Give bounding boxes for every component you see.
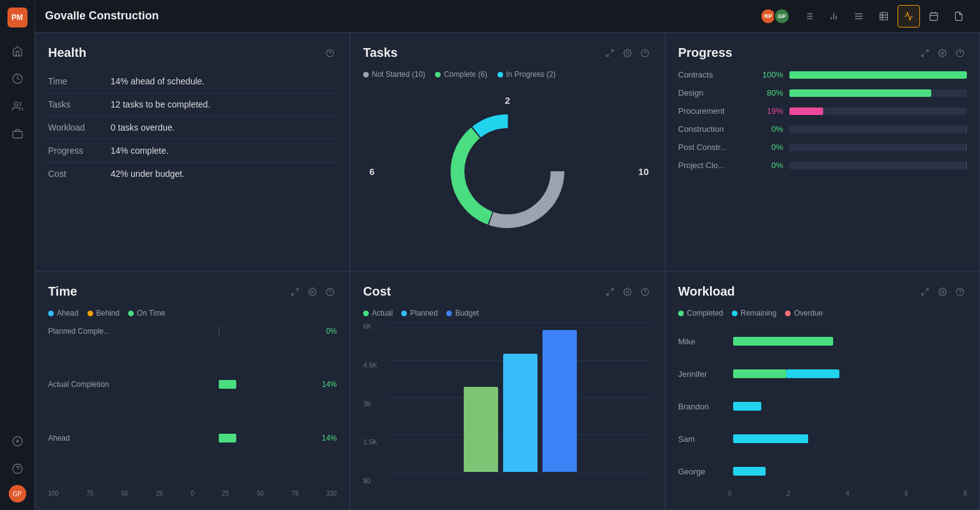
cost-expand-icon[interactable] — [603, 285, 617, 299]
workload-settings-icon[interactable] — [936, 285, 949, 299]
legend-ahead: Ahead — [48, 309, 79, 318]
svg-line-43 — [296, 288, 298, 291]
cost-title: Cost — [363, 284, 391, 299]
cost-y-1_5k: 1.5K — [363, 438, 378, 446]
tasks-settings-icon[interactable] — [621, 46, 634, 60]
sidebar-item-help[interactable] — [6, 458, 29, 480]
time-ahead-bar — [219, 434, 236, 442]
time-help-icon[interactable] — [323, 285, 337, 299]
progress-bar-bg-3 — [789, 126, 967, 133]
svg-point-6 — [12, 464, 22, 474]
workload-legend: Completed Remaining Overdue — [678, 309, 967, 318]
tasks-title: Tasks — [363, 46, 398, 60]
time-legend: Ahead Behind On Time — [48, 309, 337, 318]
table-view-button[interactable] — [872, 5, 895, 28]
progress-settings-icon[interactable] — [936, 46, 949, 60]
mike-completed-bar — [733, 337, 833, 346]
wl-axis-6: 6 — [904, 490, 908, 497]
time-planned-label: Planned Comple... — [48, 327, 123, 336]
george-name: George — [678, 467, 728, 476]
in-progress-dot — [498, 72, 503, 78]
planned-dot — [401, 311, 407, 316]
svg-point-41 — [956, 49, 964, 57]
workload-row-brandon: Brandon — [678, 401, 967, 411]
app-logo[interactable]: PM — [8, 8, 28, 28]
cost-controls — [603, 285, 652, 299]
progress-bar-tick-5 — [966, 162, 967, 169]
health-help-icon[interactable] — [323, 46, 337, 60]
chart-view-button[interactable] — [898, 5, 920, 28]
health-label-workload: Workload — [48, 122, 111, 132]
jennifer-name: Jennifer — [678, 369, 728, 379]
svg-line-53 — [926, 288, 928, 291]
ahead-label: Ahead — [57, 309, 79, 318]
progress-row-1: Design 80% — [678, 88, 967, 98]
tasks-legend: Not Started (10) Complete (6) In Progres… — [363, 70, 652, 79]
list-view-button[interactable] — [798, 5, 820, 28]
svg-rect-20 — [880, 12, 888, 20]
health-value-cost: 42% under budget. — [111, 169, 184, 179]
time-settings-icon[interactable] — [306, 285, 319, 299]
progress-bar-bg-2 — [789, 108, 967, 115]
time-panel: Time Ahead — [35, 271, 350, 510]
ahead-dot — [48, 311, 54, 316]
avatar-2[interactable]: GP — [774, 8, 790, 24]
legend-behind: Behind — [88, 309, 119, 318]
progress-title: Progress — [678, 46, 732, 60]
health-row-cost: Cost 42% under budget. — [48, 162, 337, 185]
progress-label-3: Construction — [678, 124, 753, 134]
svg-point-28 — [326, 49, 334, 57]
sidebar-item-activity[interactable] — [6, 68, 29, 90]
dashboard: Health Time 14% ahead of schedule. Tasks… — [35, 32, 980, 510]
sam-bars — [733, 434, 967, 444]
menu-view-button[interactable] — [848, 5, 870, 28]
george-remaining-bar — [733, 467, 766, 476]
tasks-help-icon[interactable] — [638, 46, 652, 60]
legend-completed: Completed — [678, 309, 723, 318]
user-avatar[interactable]: GP — [9, 485, 26, 502]
svg-rect-2 — [12, 131, 22, 138]
progress-expand-icon[interactable] — [918, 46, 932, 60]
mike-bars — [733, 336, 967, 346]
svg-line-39 — [922, 54, 924, 56]
time-ahead-pct: 14% — [314, 434, 337, 442]
progress-panel: Progress Contracts 100% — [665, 32, 980, 271]
time-axis-75-right: 75 — [292, 490, 299, 497]
workload-person-rows: Mike Jennifer — [678, 325, 967, 488]
doc-view-button[interactable] — [948, 5, 970, 28]
wl-axis-4: 4 — [846, 490, 849, 497]
calendar-view-button[interactable] — [922, 5, 945, 28]
cost-bar-actual — [464, 387, 498, 472]
sidebar-item-home[interactable] — [6, 40, 29, 62]
cost-panel-header: Cost — [363, 284, 652, 299]
completed-dot — [678, 311, 684, 316]
main-content: Govalle Construction RP GP — [35, 0, 980, 510]
workload-expand-icon[interactable] — [918, 285, 932, 299]
cost-help-icon[interactable] — [638, 285, 652, 299]
sidebar-item-users[interactable] — [6, 95, 29, 118]
bar-view-button[interactable] — [822, 5, 845, 28]
progress-row-3: Construction 0% — [678, 124, 967, 134]
progress-bar-fill-2 — [789, 108, 823, 115]
svg-point-45 — [311, 291, 314, 293]
sidebar-item-portfolio[interactable] — [6, 122, 29, 145]
time-expand-icon[interactable] — [288, 285, 302, 299]
workload-controls — [918, 285, 967, 299]
workload-help-icon[interactable] — [953, 285, 967, 299]
cost-settings-icon[interactable] — [621, 285, 634, 299]
svg-line-38 — [926, 49, 928, 52]
svg-point-55 — [941, 291, 944, 293]
progress-controls — [918, 46, 967, 60]
svg-line-48 — [611, 288, 613, 291]
health-panel-header: Health — [48, 46, 337, 60]
health-controls — [323, 46, 337, 60]
not-started-dot — [363, 72, 369, 78]
tasks-expand-icon[interactable] — [603, 46, 617, 60]
health-row-tasks: Tasks 12 tasks to be completed. — [48, 93, 337, 116]
progress-bar-fill-1 — [789, 89, 931, 97]
sidebar-item-add[interactable] — [6, 430, 29, 452]
progress-help-icon[interactable] — [953, 46, 967, 60]
time-axis-75-left: 75 — [86, 490, 93, 497]
progress-bar-bg-4 — [789, 144, 967, 151]
progress-bar-tick-4 — [966, 144, 967, 151]
